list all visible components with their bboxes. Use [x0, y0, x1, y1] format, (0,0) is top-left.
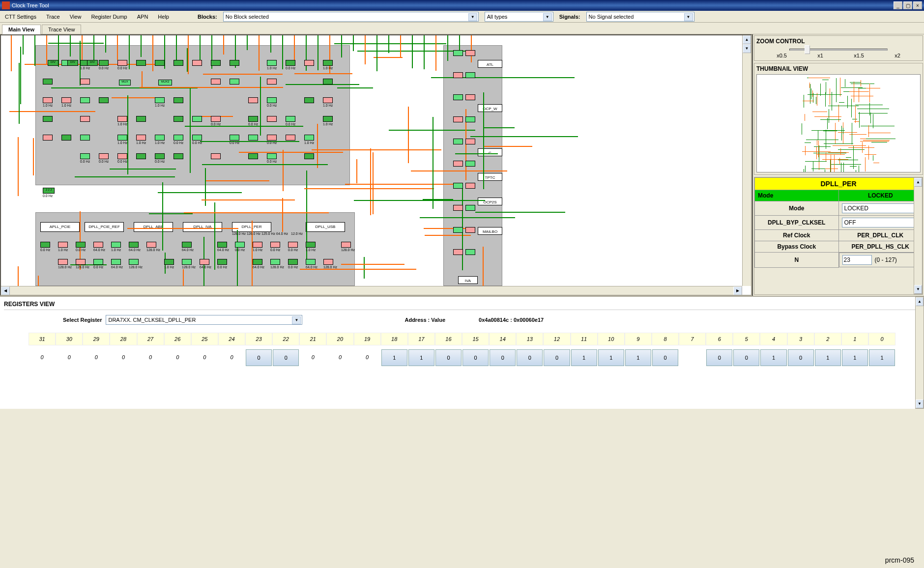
clock-node[interactable] [248, 153, 258, 159]
clock-node[interactable] [306, 242, 316, 248]
clock-node[interactable] [99, 60, 109, 66]
clock-node[interactable] [323, 79, 333, 85]
clock-node[interactable] [80, 97, 90, 103]
menu-trace[interactable]: Trace [44, 13, 62, 21]
clock-node[interactable] [173, 135, 183, 141]
types-dropdown[interactable]: All types [485, 12, 553, 22]
bit-value[interactable]: 1 [625, 349, 651, 366]
clock-node[interactable] [286, 116, 295, 122]
clock-node[interactable] [248, 116, 258, 122]
pll-dpll_abe[interactable]: DPLL_ABE [134, 222, 173, 232]
clock-node[interactable] [453, 116, 463, 122]
menu-help[interactable]: Help [156, 13, 171, 21]
clock-node[interactable] [253, 259, 262, 265]
clock-node[interactable] [200, 259, 209, 265]
clock-node[interactable] [117, 153, 127, 159]
diagram-view[interactable]: APLL_PCIEDPLL_PCIE_REFDPLL_ABEDPLL_IVADP… [0, 34, 752, 296]
clock-node[interactable] [146, 242, 156, 248]
clock-node[interactable] [323, 259, 333, 265]
div-box[interactable]: DIV [48, 60, 58, 66]
scroll-right-button[interactable]: ▶ [733, 286, 742, 295]
bit-value[interactable]: 0 [273, 349, 299, 366]
clock-node[interactable] [129, 242, 139, 248]
clock-node[interactable] [465, 50, 475, 56]
clock-node[interactable] [117, 135, 127, 141]
clock-node[interactable] [453, 72, 463, 78]
clock-node[interactable] [129, 259, 139, 265]
bit-value[interactable]: 0 [517, 349, 543, 366]
clock-node[interactable] [217, 259, 227, 265]
clock-node[interactable] [267, 153, 277, 159]
block-c[interactable]: C [478, 148, 502, 156]
reg-scroll-up[interactable]: ▲ [916, 297, 924, 306]
clock-node[interactable] [80, 116, 90, 122]
bit-value[interactable]: 0 [544, 349, 570, 366]
block-atl[interactable]: ATL [478, 60, 502, 68]
mux-box[interactable]: MUX [119, 80, 131, 85]
prop-bypclksel-dropdown[interactable]: OFF [842, 218, 920, 227]
pll-dpll_iva[interactable]: DPLL_IVA [183, 222, 222, 232]
bit-value[interactable]: 1 [869, 349, 895, 366]
block-tptc[interactable]: TPTC [478, 173, 502, 181]
clock-node[interactable] [270, 259, 280, 265]
clock-node[interactable] [173, 153, 183, 159]
block-ocp2s[interactable]: OCP2S [478, 198, 502, 205]
clock-node[interactable] [173, 60, 183, 66]
maximize-button[interactable]: ▢ [903, 1, 912, 9]
bit-value[interactable]: 0 [652, 349, 678, 366]
block-ocp_w[interactable]: OCP_W [478, 104, 502, 112]
clock-node[interactable] [323, 60, 333, 66]
clock-node[interactable] [80, 135, 90, 141]
diagram-canvas[interactable]: APLL_PCIEDPLL_PCIE_REFDPLL_ABEDPLL_IVADP… [1, 35, 742, 286]
zoom-slider[interactable] [789, 49, 888, 51]
bit-value[interactable]: 0 [490, 349, 516, 366]
clock-node[interactable] [267, 135, 277, 141]
block-iva[interactable]: IVA [458, 276, 478, 284]
clock-node[interactable] [253, 242, 262, 248]
clock-node[interactable] [465, 205, 475, 211]
clock-node[interactable] [306, 259, 316, 265]
clock-node[interactable] [211, 153, 221, 159]
prop-n-input[interactable] [842, 255, 872, 265]
bit-value[interactable]: 1 [760, 349, 786, 366]
mux-box[interactable]: MUX2 [158, 80, 172, 85]
clock-node[interactable] [267, 79, 277, 85]
clock-node[interactable] [288, 259, 298, 265]
clock-node[interactable] [453, 139, 463, 144]
clock-node[interactable] [192, 60, 202, 66]
bit-value[interactable]: 1 [842, 349, 868, 366]
clock-node[interactable] [465, 72, 475, 78]
props-scroll-down[interactable]: ▼ [914, 285, 922, 294]
clock-node[interactable] [173, 97, 183, 103]
clock-node[interactable] [111, 242, 121, 248]
scroll-up-button[interactable]: ▲ [743, 35, 751, 44]
pll-dpll_pcie_ref[interactable]: DPLL_PCIE_REF [85, 222, 124, 232]
clock-node[interactable] [267, 116, 277, 122]
div-box[interactable]: DIV [87, 60, 98, 66]
pll-dpll_usb[interactable]: DPLL_USB [306, 222, 345, 232]
minimize-button[interactable]: _ [894, 1, 902, 9]
clock-node[interactable] [80, 153, 90, 159]
clock-node[interactable] [155, 97, 165, 103]
bit-value[interactable]: 1 [571, 349, 597, 366]
clock-node[interactable] [173, 116, 183, 122]
clock-node[interactable] [235, 242, 245, 248]
clock-node[interactable] [43, 79, 53, 85]
reg-scroll-down[interactable]: ▼ [916, 399, 924, 408]
clock-node[interactable] [453, 205, 463, 211]
clock-node[interactable] [270, 242, 280, 248]
clock-node[interactable] [230, 135, 239, 141]
clock-node[interactable] [453, 94, 463, 100]
clock-node[interactable] [304, 135, 314, 141]
signals-dropdown[interactable]: No Signal selected [586, 12, 694, 22]
clock-node[interactable] [323, 116, 333, 122]
clock-node[interactable] [111, 259, 121, 265]
menu-apn[interactable]: APN [135, 13, 150, 21]
clock-node[interactable] [465, 94, 475, 100]
bit-value[interactable]: 0 [435, 349, 462, 366]
bit-value[interactable]: 0 [462, 349, 489, 366]
clock-node[interactable] [61, 97, 71, 103]
clock-node[interactable] [43, 135, 53, 141]
clock-node[interactable] [465, 183, 475, 189]
clock-node[interactable] [465, 227, 475, 233]
